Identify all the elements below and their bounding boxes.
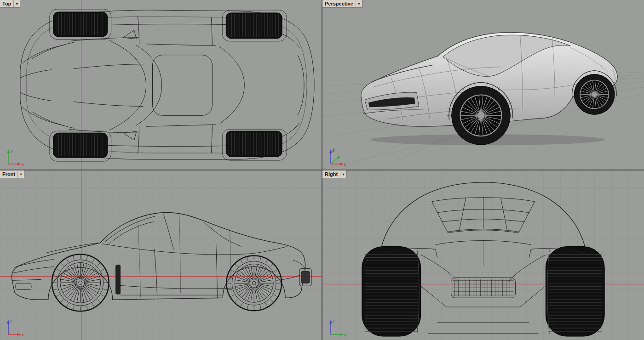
viewport-title: Right (322, 171, 340, 178)
viewport-title: Perspective (322, 0, 356, 7)
viewport-menu-arrow-icon[interactable]: ▾ (17, 171, 24, 178)
car-perspective-shaded (361, 32, 618, 145)
right-viewport-canvas (322, 170, 644, 340)
viewport-title: Front (0, 171, 17, 178)
viewport-tab-perspective[interactable]: Perspective ▾ (322, 0, 362, 8)
viewport-perspective[interactable]: Perspective ▾ z x (322, 0, 644, 170)
front-viewport-canvas (0, 170, 322, 340)
viewport-tab-right[interactable]: Right ▾ (322, 170, 347, 178)
car-top-wheels (53, 12, 282, 158)
perspective-viewport-canvas (322, 0, 644, 170)
viewport-top[interactable]: Top ▾ y x (0, 0, 322, 170)
viewport-menu-arrow-icon[interactable]: ▾ (13, 0, 20, 7)
top-viewport-canvas (0, 0, 322, 170)
viewport-menu-arrow-icon[interactable]: ▾ (356, 0, 362, 7)
viewport-tab-top[interactable]: Top ▾ (0, 0, 20, 8)
viewport-tab-front[interactable]: Front ▾ (0, 170, 24, 178)
viewport-menu-arrow-icon[interactable]: ▾ (340, 171, 346, 178)
viewport-right[interactable]: Right ▾ z y (322, 170, 644, 340)
four-viewport-layout: Top ▾ y x (0, 0, 644, 340)
viewport-title: Top (0, 0, 13, 7)
viewport-front[interactable]: Front ▾ z x (0, 170, 322, 340)
